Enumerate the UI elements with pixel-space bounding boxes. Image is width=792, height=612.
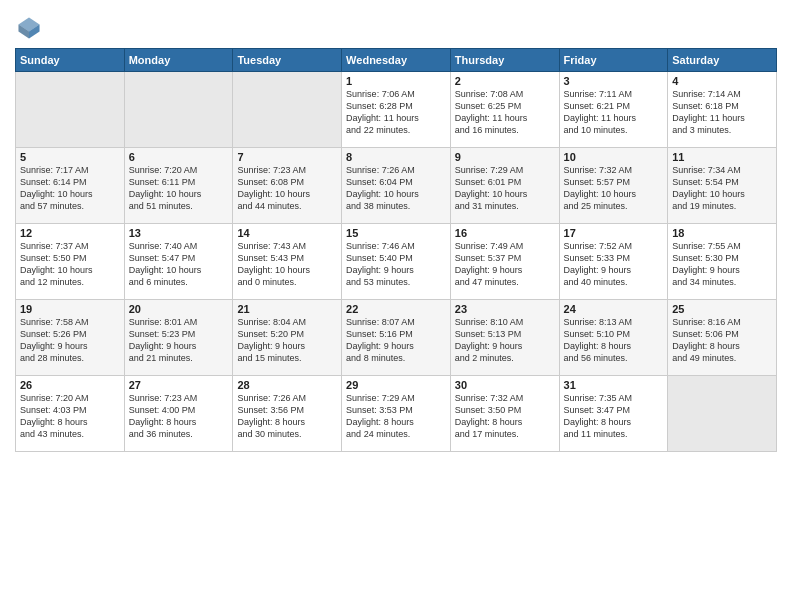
column-header-friday: Friday: [559, 49, 668, 72]
day-info: Sunrise: 7:17 AM Sunset: 6:14 PM Dayligh…: [20, 164, 120, 213]
calendar-cell: 11Sunrise: 7:34 AM Sunset: 5:54 PM Dayli…: [668, 148, 777, 224]
calendar-cell: 27Sunrise: 7:23 AM Sunset: 4:00 PM Dayli…: [124, 376, 233, 452]
day-info: Sunrise: 7:23 AM Sunset: 4:00 PM Dayligh…: [129, 392, 229, 441]
day-number: 13: [129, 227, 229, 239]
day-number: 9: [455, 151, 555, 163]
day-info: Sunrise: 7:20 AM Sunset: 4:03 PM Dayligh…: [20, 392, 120, 441]
day-number: 5: [20, 151, 120, 163]
calendar-cell: 20Sunrise: 8:01 AM Sunset: 5:23 PM Dayli…: [124, 300, 233, 376]
calendar-cell: 10Sunrise: 7:32 AM Sunset: 5:57 PM Dayli…: [559, 148, 668, 224]
column-header-thursday: Thursday: [450, 49, 559, 72]
calendar-cell: 21Sunrise: 8:04 AM Sunset: 5:20 PM Dayli…: [233, 300, 342, 376]
day-number: 1: [346, 75, 446, 87]
calendar-cell: 2Sunrise: 7:08 AM Sunset: 6:25 PM Daylig…: [450, 72, 559, 148]
calendar-cell: 25Sunrise: 8:16 AM Sunset: 5:06 PM Dayli…: [668, 300, 777, 376]
page-container: SundayMondayTuesdayWednesdayThursdayFrid…: [0, 0, 792, 462]
day-info: Sunrise: 7:55 AM Sunset: 5:30 PM Dayligh…: [672, 240, 772, 289]
day-info: Sunrise: 8:04 AM Sunset: 5:20 PM Dayligh…: [237, 316, 337, 365]
calendar-cell: 22Sunrise: 8:07 AM Sunset: 5:16 PM Dayli…: [342, 300, 451, 376]
calendar-cell: 17Sunrise: 7:52 AM Sunset: 5:33 PM Dayli…: [559, 224, 668, 300]
day-number: 10: [564, 151, 664, 163]
day-info: Sunrise: 7:20 AM Sunset: 6:11 PM Dayligh…: [129, 164, 229, 213]
day-number: 30: [455, 379, 555, 391]
day-info: Sunrise: 7:32 AM Sunset: 3:50 PM Dayligh…: [455, 392, 555, 441]
calendar-week-0: 1Sunrise: 7:06 AM Sunset: 6:28 PM Daylig…: [16, 72, 777, 148]
day-number: 20: [129, 303, 229, 315]
day-info: Sunrise: 7:46 AM Sunset: 5:40 PM Dayligh…: [346, 240, 446, 289]
day-info: Sunrise: 8:01 AM Sunset: 5:23 PM Dayligh…: [129, 316, 229, 365]
day-info: Sunrise: 7:14 AM Sunset: 6:18 PM Dayligh…: [672, 88, 772, 137]
day-number: 6: [129, 151, 229, 163]
day-number: 15: [346, 227, 446, 239]
day-info: Sunrise: 7:40 AM Sunset: 5:47 PM Dayligh…: [129, 240, 229, 289]
day-info: Sunrise: 7:11 AM Sunset: 6:21 PM Dayligh…: [564, 88, 664, 137]
day-number: 8: [346, 151, 446, 163]
calendar-cell: 16Sunrise: 7:49 AM Sunset: 5:37 PM Dayli…: [450, 224, 559, 300]
day-info: Sunrise: 7:43 AM Sunset: 5:43 PM Dayligh…: [237, 240, 337, 289]
calendar-week-4: 26Sunrise: 7:20 AM Sunset: 4:03 PM Dayli…: [16, 376, 777, 452]
header-row: SundayMondayTuesdayWednesdayThursdayFrid…: [16, 49, 777, 72]
day-info: Sunrise: 7:23 AM Sunset: 6:08 PM Dayligh…: [237, 164, 337, 213]
calendar-cell: 31Sunrise: 7:35 AM Sunset: 3:47 PM Dayli…: [559, 376, 668, 452]
calendar-cell: 26Sunrise: 7:20 AM Sunset: 4:03 PM Dayli…: [16, 376, 125, 452]
calendar-cell: 5Sunrise: 7:17 AM Sunset: 6:14 PM Daylig…: [16, 148, 125, 224]
calendar-cell: 13Sunrise: 7:40 AM Sunset: 5:47 PM Dayli…: [124, 224, 233, 300]
calendar-cell: 30Sunrise: 7:32 AM Sunset: 3:50 PM Dayli…: [450, 376, 559, 452]
calendar-cell: 28Sunrise: 7:26 AM Sunset: 3:56 PM Dayli…: [233, 376, 342, 452]
day-info: Sunrise: 7:52 AM Sunset: 5:33 PM Dayligh…: [564, 240, 664, 289]
day-number: 19: [20, 303, 120, 315]
calendar-week-2: 12Sunrise: 7:37 AM Sunset: 5:50 PM Dayli…: [16, 224, 777, 300]
column-header-tuesday: Tuesday: [233, 49, 342, 72]
header: [15, 10, 777, 42]
day-info: Sunrise: 7:26 AM Sunset: 3:56 PM Dayligh…: [237, 392, 337, 441]
day-info: Sunrise: 8:16 AM Sunset: 5:06 PM Dayligh…: [672, 316, 772, 365]
calendar-cell: 8Sunrise: 7:26 AM Sunset: 6:04 PM Daylig…: [342, 148, 451, 224]
day-number: 11: [672, 151, 772, 163]
day-number: 22: [346, 303, 446, 315]
day-info: Sunrise: 7:29 AM Sunset: 6:01 PM Dayligh…: [455, 164, 555, 213]
day-number: 24: [564, 303, 664, 315]
calendar-cell: 7Sunrise: 7:23 AM Sunset: 6:08 PM Daylig…: [233, 148, 342, 224]
day-number: 25: [672, 303, 772, 315]
day-number: 17: [564, 227, 664, 239]
calendar-cell: 19Sunrise: 7:58 AM Sunset: 5:26 PM Dayli…: [16, 300, 125, 376]
column-header-wednesday: Wednesday: [342, 49, 451, 72]
day-number: 27: [129, 379, 229, 391]
day-number: 4: [672, 75, 772, 87]
day-number: 2: [455, 75, 555, 87]
day-info: Sunrise: 7:08 AM Sunset: 6:25 PM Dayligh…: [455, 88, 555, 137]
day-number: 31: [564, 379, 664, 391]
day-number: 3: [564, 75, 664, 87]
day-number: 26: [20, 379, 120, 391]
calendar-cell: [16, 72, 125, 148]
day-info: Sunrise: 7:06 AM Sunset: 6:28 PM Dayligh…: [346, 88, 446, 137]
day-info: Sunrise: 7:34 AM Sunset: 5:54 PM Dayligh…: [672, 164, 772, 213]
calendar-cell: 3Sunrise: 7:11 AM Sunset: 6:21 PM Daylig…: [559, 72, 668, 148]
calendar-cell: [668, 376, 777, 452]
day-info: Sunrise: 7:37 AM Sunset: 5:50 PM Dayligh…: [20, 240, 120, 289]
calendar-body: 1Sunrise: 7:06 AM Sunset: 6:28 PM Daylig…: [16, 72, 777, 452]
calendar-cell: 14Sunrise: 7:43 AM Sunset: 5:43 PM Dayli…: [233, 224, 342, 300]
calendar-cell: [233, 72, 342, 148]
day-number: 28: [237, 379, 337, 391]
day-number: 29: [346, 379, 446, 391]
day-number: 16: [455, 227, 555, 239]
day-info: Sunrise: 7:58 AM Sunset: 5:26 PM Dayligh…: [20, 316, 120, 365]
calendar-header: SundayMondayTuesdayWednesdayThursdayFrid…: [16, 49, 777, 72]
calendar-cell: 24Sunrise: 8:13 AM Sunset: 5:10 PM Dayli…: [559, 300, 668, 376]
column-header-monday: Monday: [124, 49, 233, 72]
calendar-cell: 1Sunrise: 7:06 AM Sunset: 6:28 PM Daylig…: [342, 72, 451, 148]
calendar-week-1: 5Sunrise: 7:17 AM Sunset: 6:14 PM Daylig…: [16, 148, 777, 224]
day-number: 21: [237, 303, 337, 315]
day-number: 18: [672, 227, 772, 239]
calendar-cell: 6Sunrise: 7:20 AM Sunset: 6:11 PM Daylig…: [124, 148, 233, 224]
calendar-table: SundayMondayTuesdayWednesdayThursdayFrid…: [15, 48, 777, 452]
calendar-cell: [124, 72, 233, 148]
day-info: Sunrise: 8:07 AM Sunset: 5:16 PM Dayligh…: [346, 316, 446, 365]
calendar-cell: 9Sunrise: 7:29 AM Sunset: 6:01 PM Daylig…: [450, 148, 559, 224]
day-info: Sunrise: 8:10 AM Sunset: 5:13 PM Dayligh…: [455, 316, 555, 365]
day-number: 7: [237, 151, 337, 163]
calendar-cell: 18Sunrise: 7:55 AM Sunset: 5:30 PM Dayli…: [668, 224, 777, 300]
day-info: Sunrise: 7:26 AM Sunset: 6:04 PM Dayligh…: [346, 164, 446, 213]
logo: [15, 14, 45, 42]
